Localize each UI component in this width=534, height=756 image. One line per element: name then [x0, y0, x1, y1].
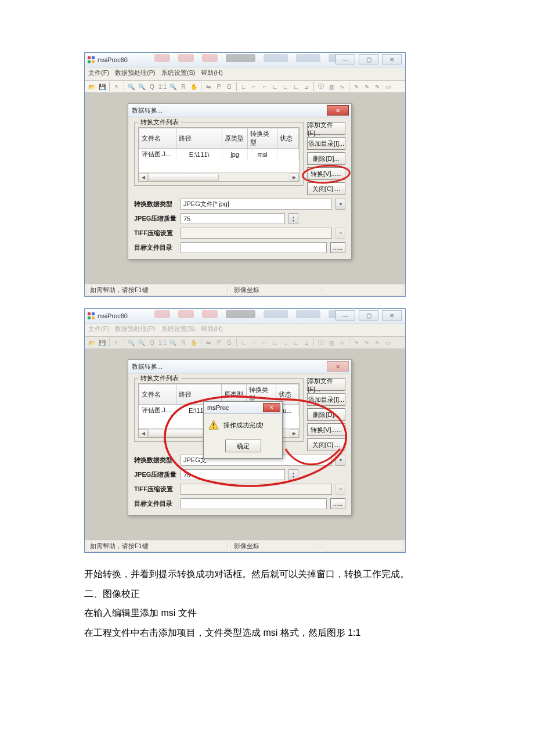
- jpeg-quality-input: 75: [181, 469, 285, 480]
- scroll-left-icon: ◀: [139, 429, 148, 438]
- l1-icon[interactable]: ∟: [239, 82, 248, 91]
- horizontal-scrollbar[interactable]: ◀ ▶: [139, 172, 299, 181]
- tool-bar: 📂 💾 ↖ 🔍 🔍 Q 1:1 🔍 R ✋ ⇆ P G ∟ ⌐ ⌐ ∟ ∟ ∟ …: [85, 81, 405, 93]
- svg-rect-2: [88, 60, 91, 63]
- zoom2-icon[interactable]: 🔍: [168, 82, 178, 91]
- e2-icon[interactable]: ✎: [362, 82, 371, 91]
- menu-help[interactable]: 帮助(H): [201, 69, 222, 79]
- dialog-close-button[interactable]: ✕: [327, 105, 349, 116]
- quantity-stepper[interactable]: ▴▾: [288, 213, 298, 224]
- g-icon[interactable]: G: [225, 82, 234, 91]
- p-icon[interactable]: P: [214, 82, 223, 91]
- menu-file[interactable]: 文件(F): [88, 69, 109, 79]
- col-srctype[interactable]: 原类型: [222, 128, 248, 149]
- delete-button[interactable]: 删除[D]...: [307, 152, 345, 165]
- info-icon[interactable]: ⓘ: [316, 82, 326, 91]
- close-button[interactable]: ✕: [382, 310, 402, 321]
- zoom-out-icon: 🔍: [137, 338, 146, 347]
- close-button[interactable]: ✕: [382, 54, 402, 64]
- add-dir-button: 添加目录[I]...: [307, 393, 345, 406]
- info-icon: ⓘ: [316, 338, 326, 347]
- bars-icon[interactable]: ▥: [327, 82, 336, 91]
- chevron-down-icon[interactable]: ▾: [335, 199, 345, 210]
- l4-icon: ∟: [270, 338, 280, 347]
- chevron-down-icon: ▾: [335, 484, 345, 495]
- zoom-out-icon[interactable]: 🔍: [137, 82, 146, 91]
- jpeg-quality-label: JPEG压缩质量: [134, 470, 177, 479]
- save-icon[interactable]: 💾: [98, 82, 107, 91]
- svg-rect-6: [88, 316, 91, 319]
- ok-button[interactable]: 确定: [225, 440, 261, 452]
- msgbox-close-button[interactable]: ✕: [263, 403, 280, 412]
- maximize-button[interactable]: ▢: [359, 310, 378, 321]
- l7-icon[interactable]: ⊿: [302, 82, 311, 91]
- tiff-combo[interactable]: [181, 228, 332, 239]
- pointer-icon[interactable]: ↖: [112, 82, 121, 91]
- scroll-left-icon[interactable]: ◀: [139, 173, 148, 182]
- status-bar: 如需帮助，请按F1键 影像坐标: [85, 539, 405, 552]
- add-dir-button[interactable]: 添加目录[I]...: [307, 137, 345, 150]
- menu-sysset[interactable]: 系统设置(S): [161, 69, 196, 79]
- scroll-right-icon: ▶: [290, 429, 299, 438]
- svg-rect-1: [92, 56, 95, 59]
- table-row[interactable]: 评估图.J... E:\111\ jpg msi: [139, 149, 299, 160]
- convert-button[interactable]: 转换[V]......: [307, 167, 345, 180]
- menu-preproc[interactable]: 数据预处理(P): [115, 69, 156, 79]
- datatype-label: 转换数据类型: [134, 456, 177, 465]
- minimize-button[interactable]: —: [335, 310, 355, 321]
- jpeg-quality-label: JPEG压缩质量: [134, 214, 177, 223]
- chevron-down-icon: ▾: [335, 455, 345, 466]
- minimize-button[interactable]: —: [335, 54, 355, 64]
- close-dialog-button[interactable]: 关闭[C]....: [307, 182, 345, 195]
- l4-icon[interactable]: ∟: [270, 82, 280, 91]
- l2-icon: ⌐: [250, 338, 259, 347]
- l6-icon[interactable]: ∟: [291, 82, 301, 91]
- target-dir-input: [181, 498, 327, 509]
- col-status[interactable]: 状态: [277, 128, 299, 149]
- add-file-button[interactable]: 添加文件[F]...: [307, 122, 345, 135]
- datatype-combo[interactable]: JPEG文件[*.jpg]: [181, 199, 332, 210]
- ref-icon[interactable]: R: [179, 82, 188, 91]
- open-icon[interactable]: 📂: [87, 82, 96, 91]
- scroll-right-icon[interactable]: ▶: [290, 173, 299, 182]
- col-path[interactable]: 路径: [176, 128, 222, 149]
- scroll-thumb[interactable]: [148, 174, 219, 181]
- convert-icon[interactable]: ⇆: [204, 82, 213, 91]
- jpeg-quality-input[interactable]: 75: [181, 213, 285, 224]
- e3-icon: ✎: [373, 338, 382, 347]
- svg-rect-7: [92, 316, 95, 319]
- wave-icon[interactable]: ∿: [337, 82, 347, 91]
- l2-icon[interactable]: ⌐: [250, 82, 259, 91]
- zoom-icon[interactable]: Q: [147, 82, 157, 91]
- body-paragraphs: 开始转换，并看到提示转换成功对话框。然后就可以关掉窗口，转换工作完成。 二、图像…: [84, 564, 450, 642]
- e3-icon[interactable]: ✎: [373, 82, 382, 91]
- app-window-2: msiProc60 — ▢ ✕ 文件(F) 数据预处理(P) 系统设置(S) 帮…: [84, 308, 406, 553]
- l1-icon: ∟: [239, 338, 248, 347]
- col-filename[interactable]: 文件名: [139, 128, 176, 149]
- maximize-button[interactable]: ▢: [359, 54, 378, 64]
- app-window-1: msiProc60 — ▢ ✕ 文件(F) 数据预处理(P) 系统设置(S) 帮…: [84, 52, 406, 297]
- l6-icon: ∟: [291, 338, 301, 347]
- target-dir-input[interactable]: [181, 242, 327, 253]
- zoom-in-icon: 🔍: [127, 338, 136, 347]
- rect-icon[interactable]: ▭: [383, 82, 392, 91]
- file-list[interactable]: 文件名 路径 原类型 转换类型 状态 评估图.J...: [138, 127, 300, 182]
- hand-icon[interactable]: ✋: [189, 82, 199, 91]
- fit-icon[interactable]: 1:1: [158, 82, 167, 91]
- zoom-in-icon[interactable]: 🔍: [127, 82, 136, 91]
- convert-dialog: 数据转换... ✕ 转换文件列表 文件名: [128, 103, 352, 260]
- paragraph: 在输入编辑里添加 msi 文件: [84, 603, 450, 623]
- msgbox-title-bar: msProc ✕: [204, 402, 282, 414]
- menu-preproc: 数据预处理(P): [115, 325, 156, 335]
- msgbox-text: 操作成功完成!: [223, 421, 264, 430]
- app-logo-icon: [87, 56, 95, 64]
- dialog-title: 数据转换...: [132, 362, 163, 371]
- l3-icon[interactable]: ⌐: [260, 82, 269, 91]
- browse-button[interactable]: ......: [330, 242, 345, 253]
- target-dir-label: 目标文件目录: [134, 499, 177, 508]
- e1-icon[interactable]: ✎: [352, 82, 361, 91]
- app-logo-icon: [87, 312, 95, 320]
- svg-rect-9: [213, 423, 214, 426]
- col-dsttype[interactable]: 转换类型: [248, 128, 277, 149]
- l5-icon[interactable]: ∟: [281, 82, 290, 91]
